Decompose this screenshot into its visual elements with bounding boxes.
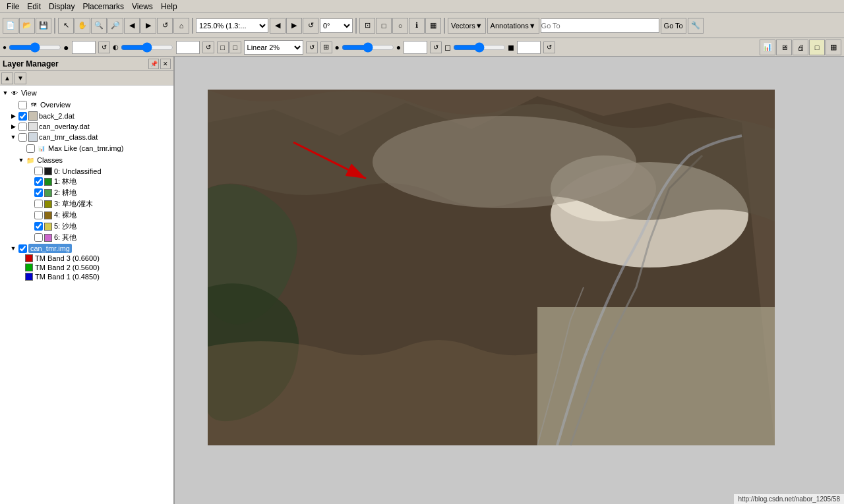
save-btn[interactable]: 💾 [36,18,51,34]
next-btn[interactable]: ▶ [140,18,156,34]
tree-class1[interactable]: 1: 林地 [1,176,172,187]
hand-btn[interactable]: ✋ [75,18,90,34]
brightness-refresh[interactable]: ↺ [98,42,110,53]
max-like-checkbox[interactable] [26,144,35,153]
class3-label: 3: 草地/灌木 [54,199,93,209]
tree-class6[interactable]: 6: 其他 [1,232,172,243]
brightness-slider[interactable] [9,43,61,52]
rect-btn[interactable]: □ [376,18,392,34]
opacity-refresh[interactable]: ↺ [543,42,555,53]
zoom-out-btn[interactable]: 🔎 [107,18,123,34]
class1-checkbox[interactable] [34,177,43,186]
home-btn[interactable]: ⌂ [173,18,189,34]
lm-float-btn[interactable]: 📌 [148,59,159,69]
enhance-refresh[interactable]: ↺ [306,42,318,53]
gamma-value[interactable]: 10 [404,41,427,54]
menu-placemarks[interactable]: Placemarks [78,1,128,13]
lm-close-btn[interactable]: ✕ [160,59,171,69]
tree-class5[interactable]: 5: 沙地 [1,221,172,232]
prev-btn[interactable]: ◀ [124,18,140,34]
tree-can-tmr-img[interactable]: ▼ can_tmr.img [1,243,172,254]
contrast-refresh[interactable]: ↺ [202,42,214,53]
tree-band2[interactable]: TM Band 2 (0.5600) [1,263,172,272]
tree-class4[interactable]: 4: 裸地 [1,210,172,221]
vectors-btn[interactable]: Vectors ▼ [448,18,486,34]
contrast-slider[interactable] [121,43,173,52]
brightness-value[interactable]: 50 [72,41,96,54]
band-btn[interactable]: ▦ [826,40,841,55]
extra-btn[interactable]: 🔧 [688,18,704,34]
opacity-value[interactable]: 0 [517,41,541,54]
grid-btn[interactable]: ▦ [425,18,441,34]
enhance-extra[interactable]: ⊞ [320,42,332,53]
opacity-slider[interactable] [453,43,506,52]
class4-checkbox[interactable] [34,211,43,219]
tree-can-tmr-class[interactable]: ▼ can_tmr_class.dat [1,132,172,142]
expand-back2[interactable]: ▶ [9,112,17,120]
hist-btn[interactable]: 📊 [760,40,775,55]
class5-checkbox[interactable] [34,222,43,231]
zoom-in-btn[interactable]: 🔍 [91,18,107,34]
gamma-refresh[interactable]: ↺ [430,42,442,53]
expand-can-tmr-class[interactable]: ▼ [9,133,17,141]
layer-manager-title: Layer Manager [3,59,59,69]
tree-back2[interactable]: ▶ back_2.dat [1,111,172,121]
expand-can-overlay[interactable]: ▶ [9,123,17,130]
tree-classes[interactable]: ▼ 📁 Classes [1,154,172,166]
gamma-slider[interactable] [342,43,394,52]
select-btn[interactable]: ⊡ [359,18,375,34]
menu-help[interactable]: Help [157,1,181,13]
class0-checkbox[interactable] [34,167,43,175]
tree-band1[interactable]: TM Band 1 (0.4850) [1,272,172,281]
print-btn[interactable]: 🖨 [793,40,808,55]
tree-max-like[interactable]: 📊 Max Like (can_tmr.img) [1,142,172,154]
tree-class3[interactable]: 3: 草地/灌木 [1,198,172,210]
goto-btn[interactable]: Go To [661,18,686,34]
zoom-next-btn[interactable]: ▶ [286,18,302,34]
zoom-refresh-btn[interactable]: ↺ [303,18,318,34]
circle-btn[interactable]: ○ [392,18,408,34]
annotations-btn[interactable]: Annotations ▼ [487,18,539,34]
open-btn[interactable]: 📂 [19,18,35,34]
rotation-select[interactable]: 0° [320,18,353,33]
enhance-prev[interactable]: □ [217,42,229,53]
back2-checkbox[interactable] [18,112,27,121]
class3-checkbox[interactable] [34,200,43,208]
goto-input[interactable] [541,18,659,33]
class2-checkbox[interactable] [34,188,43,197]
color-btn[interactable]: □ [809,40,825,55]
can-tmr-class-checkbox[interactable] [18,133,27,142]
tree-class0[interactable]: 0: Unclassified [1,166,172,176]
view-icon: 👁 [9,88,20,98]
enhance-select[interactable]: Linear 2% [244,40,303,55]
class4-label: 4: 裸地 [54,210,76,220]
screen-btn[interactable]: 🖥 [776,40,792,55]
contrast-value[interactable]: 20 [176,41,200,54]
can-overlay-checkbox[interactable] [18,123,27,131]
map-viewer[interactable]: http://blog.csdn.net/nabor_1205/58 [175,57,844,504]
menu-display[interactable]: Display [45,1,78,13]
tree-view-root[interactable]: ▼ 👁 View [1,87,172,99]
expand-classes[interactable]: ▼ [17,156,25,164]
refresh-btn[interactable]: ↺ [157,18,173,34]
zoom-select[interactable]: 125.0% (1.3:... [196,18,268,33]
expand-can-tmr-img[interactable]: ▼ [9,244,17,252]
tree-band3[interactable]: TM Band 3 (0.6600) [1,254,172,263]
info-btn[interactable]: ℹ [409,18,425,34]
enhance-next[interactable]: □ [229,42,241,53]
tree-class2[interactable]: 2: 耕地 [1,187,172,198]
pointer-btn[interactable]: ↖ [58,18,74,34]
tree-can-overlay[interactable]: ▶ can_overlay.dat [1,121,172,132]
lm-up-btn[interactable]: ▲ [1,72,13,84]
new-btn[interactable]: 📄 [3,18,18,34]
lm-down-btn[interactable]: ▼ [15,72,26,84]
can-tmr-img-checkbox[interactable] [18,244,27,253]
menu-edit[interactable]: Edit [23,1,45,13]
class6-checkbox[interactable] [34,233,43,242]
overview-checkbox[interactable] [18,101,27,109]
zoom-prev-btn[interactable]: ◀ [270,18,286,34]
menu-file[interactable]: File [3,1,23,13]
menu-views[interactable]: Views [128,1,157,13]
tree-overview[interactable]: 🗺 Overview [1,99,172,111]
expand-view[interactable]: ▼ [1,89,9,97]
